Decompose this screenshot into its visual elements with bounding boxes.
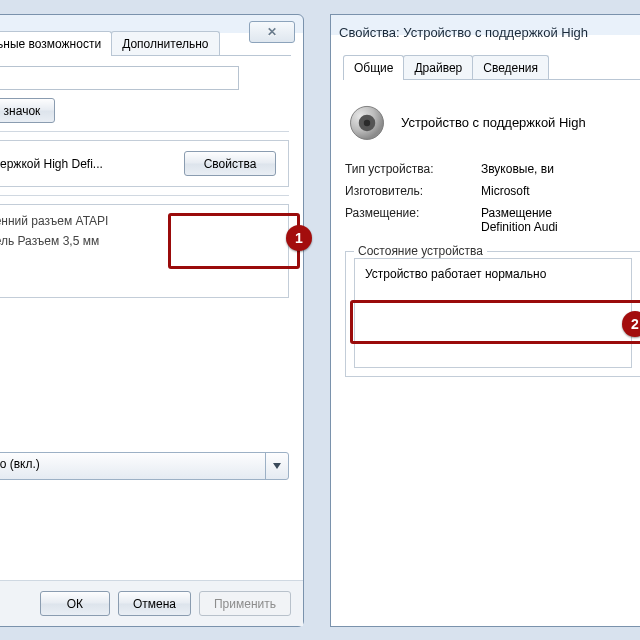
properties-button[interactable]: Свойства bbox=[184, 151, 276, 176]
device-properties-dialog: Свойства: Устройство с поддержкой High О… bbox=[330, 14, 640, 627]
device-name: Устройство с поддержкой High bbox=[401, 115, 586, 130]
device-info-grid: Тип устройства: Звуковые, ви Изготовител… bbox=[345, 162, 640, 234]
controller-name: ддержкой High Defi... bbox=[0, 157, 103, 171]
label-location: Размещение: bbox=[345, 206, 471, 234]
close-x-icon: ✕ bbox=[267, 25, 277, 39]
ok-button[interactable]: ОК bbox=[40, 591, 110, 616]
list-item[interactable]: нель Разъем 3,5 мм bbox=[0, 231, 282, 251]
value-manufacturer: Microsoft bbox=[481, 184, 640, 198]
device-usage-dropdown[interactable]: тво (вкл.) bbox=[0, 452, 289, 480]
close-button[interactable]: ✕ bbox=[249, 21, 295, 43]
device-status-legend: Состояние устройства bbox=[354, 244, 487, 258]
apply-button[interactable]: Применить bbox=[199, 591, 291, 616]
audio-device-settings-dialog: ✕ льные возможности Дополнительно ки ь з… bbox=[0, 14, 304, 627]
divider-2 bbox=[0, 195, 289, 196]
device-name-field[interactable]: ки bbox=[0, 66, 239, 90]
list-item[interactable]: ренний разъем ATAPI bbox=[0, 211, 282, 231]
dialog-footer: ОК Отмена Применить bbox=[0, 580, 303, 626]
callout-badge-1: 1 bbox=[286, 225, 312, 251]
change-icon-button[interactable]: ь значок bbox=[0, 98, 55, 123]
controller-properties-row: ддержкой High Defi... Свойства bbox=[0, 140, 289, 187]
label-device-type: Тип устройства: bbox=[345, 162, 471, 176]
divider bbox=[0, 131, 289, 132]
device-status-group: Состояние устройства Устройство работает… bbox=[345, 244, 640, 377]
jacks-list[interactable]: ренний разъем ATAPI нель Разъем 3,5 мм bbox=[0, 204, 289, 298]
label-manufacturer: Изготовитель: bbox=[345, 184, 471, 198]
device-status-text: Устройство работает нормально bbox=[354, 258, 632, 368]
right-tabs: Общие Драйвер Сведения bbox=[343, 51, 640, 80]
tab-advanced[interactable]: Дополнительно bbox=[111, 31, 219, 55]
left-body: ки ь значок ддержкой High Defi... Свойст… bbox=[0, 56, 303, 488]
chevron-down-icon bbox=[265, 453, 288, 479]
value-location: Размещение Definition Audi bbox=[481, 206, 640, 234]
svg-point-2 bbox=[364, 120, 370, 126]
tab-extra-capabilities[interactable]: льные возможности bbox=[0, 31, 112, 56]
left-tabs: льные возможности Дополнительно bbox=[0, 27, 291, 56]
dropdown-value: тво (вкл.) bbox=[0, 453, 265, 479]
device-header: Устройство с поддержкой High bbox=[345, 100, 640, 144]
speaker-icon bbox=[345, 100, 389, 144]
spacer bbox=[0, 302, 289, 452]
right-body: Устройство с поддержкой High Тип устройс… bbox=[331, 80, 640, 385]
tab-general[interactable]: Общие bbox=[343, 55, 404, 80]
tab-details[interactable]: Сведения bbox=[472, 55, 549, 79]
device-name-section: ки ь значок bbox=[0, 66, 289, 123]
value-device-type: Звуковые, ви bbox=[481, 162, 640, 176]
cancel-button[interactable]: Отмена bbox=[118, 591, 191, 616]
window-title: Свойства: Устройство с поддержкой High bbox=[331, 19, 640, 45]
tab-driver[interactable]: Драйвер bbox=[403, 55, 473, 79]
